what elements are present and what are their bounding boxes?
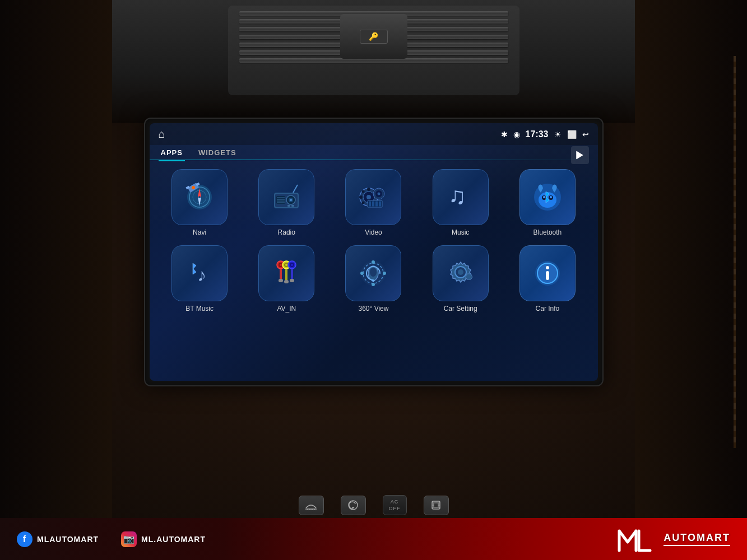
banner-social-links: f MLAUTOMART 📷 ML.AUTOMART [17, 531, 206, 547]
app-bluetooth[interactable]: Bluetooth [508, 169, 586, 236]
instagram-icon: 📷 [121, 531, 137, 547]
right-panel [635, 0, 747, 560]
tabs-bar: APPS WIDGETS [150, 145, 598, 160]
fan-button[interactable] [424, 496, 449, 515]
tab-widgets[interactable]: WIDGETS [196, 145, 239, 160]
play-store-button[interactable] [571, 146, 589, 164]
app-navi[interactable]: Navi [161, 169, 239, 236]
status-left: ⌂ [159, 128, 165, 141]
ac-panel[interactable]: AC OFF [383, 495, 407, 515]
apps-grid: Navi [150, 160, 598, 321]
app-360view[interactable]: 360° View [335, 245, 412, 312]
back-icon[interactable]: ↩ [582, 130, 589, 139]
svg-point-18 [290, 199, 292, 201]
status-bar: ⌂ ✱ ◉ 17:33 ☀ ⬜ ↩ [150, 123, 598, 145]
instagram-link[interactable]: 📷 ML.AUTOMART [121, 531, 206, 547]
svg-point-51 [280, 264, 282, 266]
ml-logo-svg [616, 522, 661, 556]
defrost-icon [305, 500, 317, 510]
logo-underline [664, 545, 730, 546]
svg-point-46 [543, 196, 545, 198]
bottom-banner: f MLAUTOMART 📷 ML.AUTOMART AUTOMART [0, 518, 747, 560]
svg-rect-56 [285, 269, 287, 281]
home-button[interactable]: ⌂ [159, 128, 165, 141]
navi-icon [183, 180, 216, 214]
ac-label: AC [391, 499, 399, 505]
location-status-icon: ◉ [513, 130, 520, 139]
svg-point-30 [362, 202, 365, 204]
svg-text:♫: ♫ [448, 183, 466, 209]
svg-rect-78 [546, 271, 549, 280]
carsetting-label: Car Setting [444, 305, 477, 312]
tab-apps[interactable]: APPS [159, 145, 185, 160]
svg-rect-40 [379, 202, 381, 207]
app-avin[interactable]: AV_IN [248, 245, 326, 312]
svg-point-59 [291, 264, 293, 266]
defrost-button[interactable] [299, 496, 324, 515]
360view-label: 360° View [359, 305, 389, 312]
facebook-icon: f [17, 531, 33, 547]
radio-label: Radio [278, 228, 295, 236]
status-right: ✱ ◉ 17:33 ☀ ⬜ ↩ [501, 129, 589, 139]
svg-point-35 [378, 193, 381, 195]
btmusic-label: BT Music [185, 305, 214, 312]
svg-point-70 [360, 272, 364, 275]
vent-slat [239, 58, 508, 63]
svg-point-55 [285, 264, 287, 266]
svg-point-24 [366, 195, 371, 199]
svg-point-77 [546, 266, 549, 269]
bluetooth-status-icon: ✱ [501, 130, 508, 139]
svg-rect-52 [280, 269, 282, 280]
svg-rect-37 [369, 202, 371, 207]
center-control: 🔑 [340, 14, 407, 59]
app-music[interactable]: ♫ Music [421, 169, 499, 236]
svg-rect-61 [279, 279, 283, 282]
key-slot: 🔑 [360, 30, 388, 44]
automart-text: AUTOMART [664, 532, 730, 546]
bluetooth-label: Bluetooth [533, 228, 562, 236]
svg-point-68 [372, 260, 375, 264]
navi-label: Navi [193, 228, 206, 236]
instagram-username: ML.AUTOMART [141, 535, 206, 544]
svg-rect-20 [287, 205, 290, 207]
app-carsetting[interactable]: Car Setting [421, 245, 499, 312]
video-icon [356, 180, 390, 214]
screen-frame: ⌂ ✱ ◉ 17:33 ☀ ⬜ ↩ APPS WIDGETS [144, 118, 604, 386]
svg-rect-38 [372, 202, 374, 207]
btmusic-icon: ♪ [183, 256, 216, 290]
svg-point-69 [372, 283, 375, 286]
automart-label: AUTOMART [664, 532, 730, 544]
music-icon: ♫ [444, 180, 477, 214]
window-icon: ⬜ [567, 130, 577, 139]
ac-off-label: OFF [389, 506, 401, 511]
svg-rect-62 [284, 280, 289, 283]
time-display: 17:33 [526, 129, 549, 139]
recirculate-icon [347, 499, 359, 511]
facebook-link[interactable]: f MLAUTOMART [17, 531, 99, 547]
seat-stitching [734, 56, 736, 448]
radio-icon [270, 180, 303, 214]
360view-icon [356, 256, 390, 290]
svg-line-19 [293, 185, 298, 193]
app-carinfo[interactable]: Car Info [508, 245, 586, 312]
brand-logo: AUTOMART [616, 522, 730, 556]
brightness-icon: ☀ [554, 130, 562, 139]
svg-point-71 [383, 272, 386, 275]
svg-rect-60 [291, 269, 293, 280]
svg-point-67 [370, 268, 377, 277]
avin-icon [270, 256, 303, 290]
app-radio[interactable]: Radio [248, 169, 326, 236]
dashboard-controls: AC OFF [144, 495, 604, 515]
svg-point-47 [550, 196, 552, 198]
car-interior: 🔑 ⌂ ✱ ◉ 17:33 ☀ ⬜ ↩ [0, 0, 747, 560]
app-btmusic[interactable]: ♪ BT Music [161, 245, 239, 312]
recirculate-button[interactable] [341, 496, 366, 515]
screen-display: ⌂ ✱ ◉ 17:33 ☀ ⬜ ↩ APPS WIDGETS [150, 123, 598, 381]
svg-rect-21 [291, 205, 294, 207]
app-video[interactable]: Video [335, 169, 412, 236]
svg-text:♪: ♪ [197, 265, 206, 285]
tab-divider [150, 160, 598, 160]
avin-label: AV_IN [277, 305, 296, 312]
bluetooth-app-icon [531, 180, 564, 214]
svg-point-74 [458, 269, 463, 275]
